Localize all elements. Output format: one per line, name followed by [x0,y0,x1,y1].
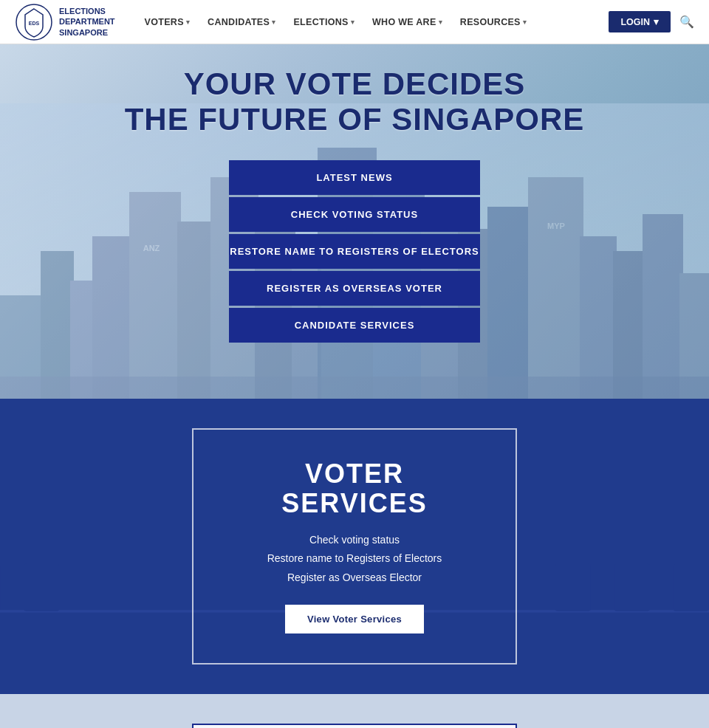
search-icon[interactable]: 🔍 [679,15,694,29]
chevron-down-icon: ▾ [272,18,275,26]
navigation: EDS ELECTIONS DEPARTMENT SINGAPORE VOTER… [0,0,709,44]
voter-service-item: Register as Overseas Elector [230,569,479,587]
logo-text: ELECTIONS DEPARTMENT SINGAPORE [59,6,115,38]
hero-title: YOUR VOTE DECIDES THE FUTURE OF SINGAPOR… [0,66,709,138]
candidate-services-card: CANDIDATESERVICES INSPECT RETURNS ON ELE… [192,724,517,728]
register-overseas-button[interactable]: REGISTER AS OVERSEAS VOTER [229,271,480,306]
latest-news-button[interactable]: LATEST NEWS [229,160,480,195]
nav-item-resources[interactable]: RESOURCES ▾ [453,13,534,32]
chevron-down-icon: ▾ [523,18,527,26]
nav-item-candidates[interactable]: CANDIDATES ▾ [200,13,283,32]
nav-links: VOTERS ▾ CANDIDATES ▾ ELECTIONS ▾ WHO WE… [137,13,609,32]
chevron-down-icon: ▾ [351,18,354,26]
chevron-down-icon: ▾ [654,16,659,27]
candidate-services-hero-button[interactable]: CANDIDATE SERVICES [229,308,480,343]
chevron-down-icon: ▾ [186,18,190,26]
logo-image: EDS [15,3,53,41]
voter-services-section: VOTERSERVICES Check voting status Restor… [0,399,709,694]
nav-item-voters[interactable]: VOTERS ▾ [137,13,198,32]
hero-buttons: LATEST NEWS CHECK VOTING STATUS RESTORE … [0,160,709,343]
nav-item-who-we-are[interactable]: WHO WE ARE ▾ [365,13,450,32]
logo-link[interactable]: EDS ELECTIONS DEPARTMENT SINGAPORE [15,3,115,41]
voter-services-card: VOTERSERVICES Check voting status Restor… [192,428,517,665]
restore-name-button[interactable]: RESTORE NAME TO REGISTERS OF ELECTORS [229,234,480,269]
svg-text:EDS: EDS [29,21,40,26]
voter-service-item: Check voting status [230,531,479,549]
candidate-services-wrapper: CANDIDATESERVICES INSPECT RETURNS ON ELE… [0,694,709,728]
hero-section: ANZ MYP YOUR VOTE DECIDES THE FUTURE OF … [0,44,709,399]
voter-service-item: Restore name to Registers of Electors [230,549,479,568]
view-voter-services-button[interactable]: View Voter Services [285,605,424,633]
svg-rect-24 [0,377,709,399]
nav-item-elections[interactable]: ELECTIONS ▾ [286,13,362,32]
hero-content: YOUR VOTE DECIDES THE FUTURE OF SINGAPOR… [0,44,709,343]
chevron-down-icon: ▾ [439,18,442,26]
candidate-services-section: CANDIDATESERVICES INSPECT RETURNS ON ELE… [0,694,709,728]
lower-section: VOTERSERVICES Check voting status Restor… [0,399,709,694]
check-voting-status-button[interactable]: CHECK VOTING STATUS [229,197,480,232]
login-button[interactable]: LOGIN ▾ [609,11,671,32]
voter-services-title: VOTERSERVICES [230,459,479,518]
voter-services-list: Check voting status Restore name to Regi… [230,531,479,587]
